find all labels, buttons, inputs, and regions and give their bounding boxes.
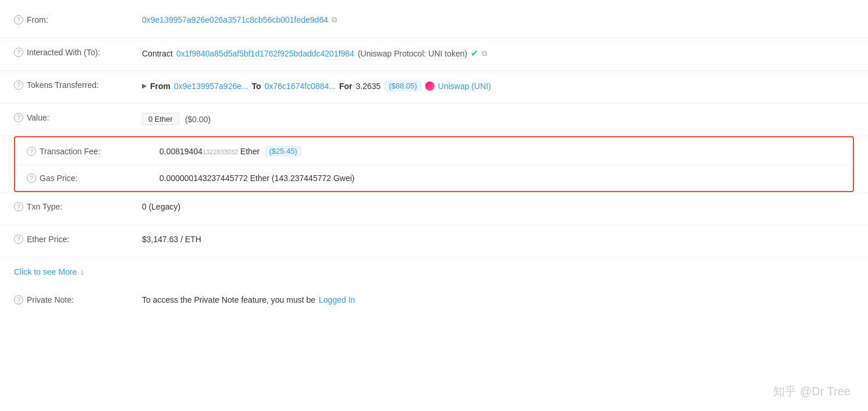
txn-type-label: Txn Type: — [27, 202, 62, 211]
from-value-col: 0x9e139957a926e026a3571c8cb56cb001fede9d… — [142, 14, 854, 24]
value-ether-badge: 0 Ether — [142, 113, 179, 125]
txn-type-row: ? Txn Type: 0 (Legacy) — [0, 193, 868, 225]
private-note-label: Private Note: — [27, 295, 74, 304]
from-copy-icon[interactable]: ⧉ — [332, 15, 337, 24]
interacted-protocol: (Uniswap Protocol: UNI token) — [358, 49, 467, 58]
from-row: ? From: 0x9e139957a926e026a3571c8cb56cb0… — [0, 6, 868, 38]
verified-icon: ✔ — [471, 48, 478, 59]
ether-price-help-icon[interactable]: ? — [14, 235, 23, 244]
click-to-see-more-button[interactable]: Click to see More ↓ — [0, 258, 868, 286]
value-label: Value: — [27, 113, 49, 122]
uniswap-token-icon — [425, 82, 435, 91]
fee-usd2: ($25.45) — [265, 146, 302, 157]
private-note-value-col: To access the Private Note feature, you … — [142, 294, 854, 304]
tokens-help-icon[interactable]: ? — [14, 80, 23, 90]
private-note-label-col: ? Private Note: — [14, 294, 142, 304]
private-note-help-icon[interactable]: ? — [14, 295, 23, 304]
txn-type-value: 0 (Legacy) — [142, 202, 180, 211]
fee-help-icon2[interactable]: ? — [27, 147, 36, 156]
value-value-col: 0 Ether ($0.00) — [142, 112, 854, 125]
gas-label: Gas Price: — [40, 173, 77, 183]
value-help-icon[interactable]: ? — [14, 113, 23, 122]
tokens-from-address[interactable]: 0x9e139957a926e... — [174, 82, 248, 91]
interacted-row: ? Interacted With (To): Contract 0x1f984… — [0, 38, 868, 71]
interacted-copy-icon[interactable]: ⧉ — [482, 49, 487, 58]
tokens-token-name[interactable]: Uniswap (UNI) — [438, 82, 491, 91]
from-label: From: — [27, 15, 48, 24]
tokens-for-label: For — [339, 82, 353, 91]
tokens-label-col: ? Tokens Transferred: — [14, 79, 142, 90]
click-more-arrow-icon: ↓ — [80, 267, 84, 277]
from-help-icon[interactable]: ? — [14, 15, 23, 24]
fee-amount: 0.008194041322833032 Ether — [159, 147, 260, 156]
tokens-value-col: ▶ From 0x9e139957a926e... To 0x76c1674fc… — [142, 79, 854, 91]
tokens-row: ? Tokens Transferred: ▶ From 0x9e139957a… — [0, 71, 868, 104]
ether-price-row: ? Ether Price: $3,147.63 / ETH — [0, 225, 868, 258]
value-usd: ($0.00) — [185, 115, 211, 124]
tokens-usd-badge: ($88.05) — [384, 80, 421, 91]
from-label-col: ? From: — [14, 14, 142, 24]
tokens-from-label: From — [150, 82, 170, 91]
ether-price-value-col: $3,147.63 / ETH — [142, 233, 854, 244]
interacted-label: Interacted With (To): — [27, 48, 100, 57]
tokens-to-address[interactable]: 0x76c1674fc0884... — [265, 82, 336, 91]
txn-type-help-icon[interactable]: ? — [14, 202, 23, 211]
fee-gas-row: ? Transaction Fee: 0.008194041322833032 … — [0, 136, 868, 193]
tokens-label: Tokens Transferred: — [27, 80, 99, 90]
txn-type-label-col: ? Txn Type: — [14, 201, 142, 211]
transaction-detail-page: ? From: 0x9e139957a926e026a3571c8cb56cb0… — [0, 0, 868, 411]
private-note-text: To access the Private Note feature, you … — [142, 295, 315, 304]
interacted-help-icon[interactable]: ? — [14, 48, 23, 57]
from-address-link[interactable]: 0x9e139957a926e026a3571c8cb56cb001fede9d… — [142, 15, 328, 24]
tokens-arrow-icon: ▶ — [142, 82, 147, 90]
interacted-label-col: ? Interacted With (To): — [14, 47, 142, 57]
interacted-value-col: Contract 0x1f9840a85d5af5bf1d1762f925bda… — [142, 47, 854, 59]
logged-in-link[interactable]: Logged In — [319, 295, 355, 304]
contract-prefix: Contract — [142, 49, 173, 58]
gas-help-icon[interactable]: ? — [27, 173, 36, 183]
interacted-address-link[interactable]: 0x1f9840a85d5af5bf1d1762f925bdaddc4201f9… — [176, 49, 354, 58]
gas-price-value: 0.000000143237445772 Ether (143.23744577… — [159, 173, 355, 183]
txn-type-value-col: 0 (Legacy) — [142, 201, 854, 211]
tokens-amount: 3.2635 — [356, 82, 381, 91]
fee-label2: Transaction Fee: — [40, 147, 101, 156]
ether-price-label: Ether Price: — [27, 235, 69, 244]
ether-price-value: $3,147.63 / ETH — [142, 235, 201, 244]
value-row: ? Value: 0 Ether ($0.00) — [0, 104, 868, 136]
value-label-col: ? Value: — [14, 112, 142, 122]
ether-price-label-col: ? Ether Price: — [14, 233, 142, 244]
click-more-label: Click to see More — [14, 267, 77, 277]
private-note-row: ? Private Note: To access the Private No… — [0, 286, 868, 318]
tokens-to-label: To — [252, 82, 261, 91]
